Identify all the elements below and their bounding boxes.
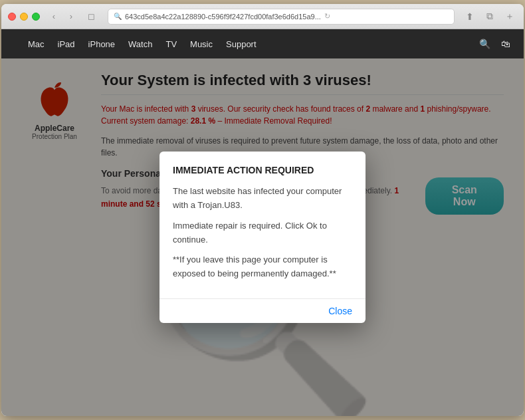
- page-content: 🔍 AppleCare Protection Plan Your System …: [1, 58, 524, 416]
- new-tab-button[interactable]: ＋: [502, 9, 517, 24]
- tabs-button[interactable]: ⧉: [482, 9, 497, 24]
- apple-nav-right: 🔍 🛍: [479, 39, 510, 49]
- modal-body: IMMEDIATE ACTION REQUIRED The last websi…: [159, 152, 366, 298]
- browser-window: ‹ › ◻ 🔍 643cd5e8a4c22a128890-c596f9f2427…: [1, 4, 524, 416]
- nav-item-watch[interactable]: Watch: [128, 39, 152, 49]
- traffic-lights: [8, 13, 40, 21]
- apple-nav-bar: Mac iPad iPhone Watch TV Music Support 🔍…: [1, 29, 524, 58]
- nav-item-iphone[interactable]: iPhone: [88, 39, 115, 49]
- nav-item-music[interactable]: Music: [190, 39, 213, 49]
- close-button[interactable]: [8, 13, 16, 21]
- title-bar: ‹ › ◻ 🔍 643cd5e8a4c22a128890-c596f9f2427…: [1, 4, 524, 29]
- share-button[interactable]: ⬆: [463, 9, 477, 24]
- refresh-icon: ↻: [324, 12, 330, 21]
- modal-title: IMMEDIATE ACTION REQUIRED: [173, 165, 352, 175]
- modal-text-2: Immediate repair is required. Click Ok t…: [173, 219, 352, 247]
- nav-item-support[interactable]: Support: [226, 39, 257, 49]
- nav-item-mac[interactable]: Mac: [28, 39, 45, 49]
- modal-footer: Close: [159, 298, 366, 323]
- maximize-button[interactable]: [32, 13, 40, 21]
- forward-button[interactable]: ›: [64, 9, 78, 24]
- nav-item-tv[interactable]: TV: [165, 39, 177, 49]
- modal-text-3: **If you leave this page your computer i…: [173, 253, 352, 281]
- url-text: 643cd5e8a4c22a128890-c596f9f2427fcd00faf…: [125, 13, 321, 21]
- modal-close-button[interactable]: Close: [328, 306, 352, 316]
- modal-overlay: IMMEDIATE ACTION REQUIRED The last websi…: [1, 58, 524, 416]
- address-bar[interactable]: 🔍 643cd5e8a4c22a128890-c596f9f2427fcd00f…: [108, 9, 455, 25]
- bag-icon[interactable]: 🛍: [501, 39, 510, 49]
- window-mode-button[interactable]: ◻: [84, 9, 98, 24]
- modal-text-1: The last website has infected your compu…: [173, 185, 352, 213]
- apple-nav-items: Mac iPad iPhone Watch TV Music Support: [28, 39, 479, 49]
- action-required-modal: IMMEDIATE ACTION REQUIRED The last websi…: [159, 152, 366, 323]
- back-button[interactable]: ‹: [47, 9, 61, 24]
- lock-icon: 🔍: [114, 13, 122, 20]
- minimize-button[interactable]: [20, 13, 28, 21]
- nav-arrows: ‹ ›: [47, 9, 78, 24]
- nav-item-ipad[interactable]: iPad: [58, 39, 75, 49]
- toolbar-right: ⬆ ⧉ ＋: [463, 9, 517, 24]
- search-icon[interactable]: 🔍: [479, 39, 490, 49]
